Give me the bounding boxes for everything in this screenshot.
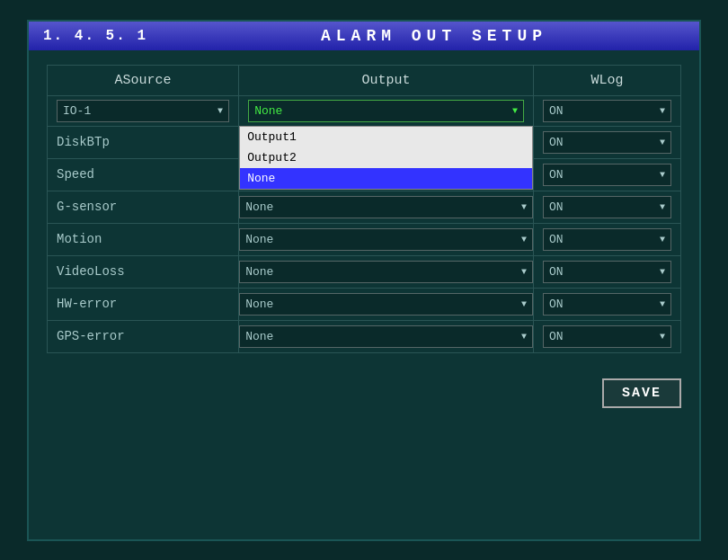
source-cell-videoloss: VideoLoss <box>48 255 239 288</box>
output-cell-gpserror: None ▼ <box>239 320 534 352</box>
wlog-cell-videoloss: ON ▼ <box>534 255 681 288</box>
dropdown-option-output2[interactable]: Output2 <box>240 147 532 168</box>
table-row: GPS-error None ▼ ON ▼ <box>48 320 681 352</box>
output-dropdown-gpserror[interactable]: None ▼ <box>239 325 533 348</box>
io-source-dropdown[interactable]: IO-1 ▼ <box>57 100 229 122</box>
output-value-hwerror: None <box>245 298 273 311</box>
source-cell-hwerror: HW-error <box>48 288 239 320</box>
wlog-value-motion: ON <box>549 233 564 246</box>
wlog-dropdown-hwerror[interactable]: ON ▼ <box>543 293 671 316</box>
source-cell-gsensor: G-sensor <box>48 191 239 223</box>
wlog-value-gsensor: ON <box>549 200 564 214</box>
output-dropdown-hwerror[interactable]: None ▼ <box>239 293 533 316</box>
alarm-table: ASource Output WLog IO-1 ▼ <box>47 65 681 353</box>
wlog-dropdown-speed[interactable]: ON ▼ <box>543 164 671 186</box>
title-bar: 1. 4. 5. 1 ALARM OUT SETUP <box>29 22 699 50</box>
wlog-dropdown-videoloss[interactable]: ON ▼ <box>543 261 671 283</box>
output-cell-motion: None ▼ <box>239 223 534 255</box>
output-dropdown-videoloss[interactable]: None ▼ <box>239 261 533 283</box>
output-value-gpserror: None <box>245 330 273 343</box>
output-dropdown-menu-io1: Output1 Output2 None <box>239 126 533 190</box>
wlog-cell-gsensor: ON ▼ <box>534 191 681 223</box>
output-dropdown-io1[interactable]: None ▼ <box>248 100 524 122</box>
wlog-dropdown-io1[interactable]: ON ▼ <box>543 100 671 122</box>
source-cell-io1: IO-1 ▼ <box>48 95 239 126</box>
wlog-arrow-gsensor: ▼ <box>660 202 665 212</box>
output-arrow-io1: ▼ <box>512 106 518 116</box>
output-arrow-gpserror: ▼ <box>521 332 527 342</box>
col-header-asource: ASource <box>48 65 239 95</box>
wlog-arrow-gpserror: ▼ <box>660 332 665 342</box>
version-label: 1. 4. 5. 1 <box>43 28 147 44</box>
save-area: SAVE <box>29 368 699 419</box>
output-cell-hwerror: None ▼ <box>239 288 534 320</box>
output-cell-gsensor: None ▼ <box>239 191 534 223</box>
output-value-motion: None <box>245 233 273 246</box>
output-cell-io1: None ▼ Output1 Output2 None <box>239 95 534 126</box>
wlog-cell-hwerror: ON ▼ <box>534 288 681 320</box>
output-arrow-videoloss: ▼ <box>521 267 527 277</box>
table-row: HW-error None ▼ ON ▼ <box>48 288 681 320</box>
col-header-wlog: WLog <box>534 65 681 95</box>
source-cell-speed: Speed <box>48 158 239 191</box>
wlog-value-videoloss: ON <box>549 265 564 279</box>
wlog-arrow-io1: ▼ <box>660 106 665 116</box>
output-value-io1: None <box>254 104 282 118</box>
source-cell-diskbtp: DiskBTp <box>48 126 239 158</box>
wlog-dropdown-gpserror[interactable]: ON ▼ <box>543 325 671 348</box>
output-value-gsensor: None <box>245 200 273 214</box>
source-cell-motion: Motion <box>48 223 239 255</box>
screen: 1. 4. 5. 1 ALARM OUT SETUP ASource Outpu… <box>27 20 701 541</box>
wlog-dropdown-diskbtp[interactable]: ON ▼ <box>543 131 671 154</box>
io-source-value: IO-1 <box>63 104 91 118</box>
table-row: VideoLoss None ▼ ON ▼ <box>48 255 681 288</box>
wlog-arrow-speed: ▼ <box>660 170 665 180</box>
output-cell-videoloss: None ▼ <box>239 255 534 288</box>
wlog-arrow-hwerror: ▼ <box>660 299 665 309</box>
col-header-output: Output <box>239 65 534 95</box>
save-button[interactable]: SAVE <box>602 378 681 408</box>
output-value-videoloss: None <box>245 265 273 279</box>
wlog-value-speed: ON <box>549 168 564 182</box>
output-arrow-gsensor: ▼ <box>521 202 527 212</box>
table-row: Motion None ▼ ON ▼ <box>48 223 681 255</box>
dropdown-option-none[interactable]: None <box>240 168 532 189</box>
io-source-arrow: ▼ <box>218 106 223 116</box>
wlog-dropdown-motion[interactable]: ON ▼ <box>543 228 671 251</box>
table-row: IO-1 ▼ None ▼ Output1 Output2 None <box>48 95 681 126</box>
table-container: ASource Output WLog IO-1 ▼ <box>29 50 699 368</box>
wlog-dropdown-gsensor[interactable]: ON ▼ <box>543 196 671 218</box>
source-cell-gpserror: GPS-error <box>48 320 239 352</box>
wlog-value-hwerror: ON <box>549 298 564 311</box>
wlog-arrow-videoloss: ▼ <box>660 267 665 277</box>
wlog-cell-gpserror: ON ▼ <box>534 320 681 352</box>
wlog-value-diskbtp: ON <box>549 136 564 149</box>
wlog-cell-motion: ON ▼ <box>534 223 681 255</box>
wlog-arrow-motion: ▼ <box>660 235 665 244</box>
wlog-cell-io1: ON ▼ <box>534 95 681 126</box>
output-dropdown-gsensor[interactable]: None ▼ <box>239 196 533 218</box>
output-dropdown-motion[interactable]: None ▼ <box>239 228 533 251</box>
dropdown-option-output1[interactable]: Output1 <box>240 127 532 147</box>
wlog-arrow-diskbtp: ▼ <box>660 138 665 147</box>
output-arrow-motion: ▼ <box>521 235 527 244</box>
output-arrow-hwerror: ▼ <box>521 299 527 309</box>
wlog-value-gpserror: ON <box>549 330 564 343</box>
wlog-cell-diskbtp: ON ▼ <box>534 126 681 158</box>
page-title: ALARM OUT SETUP <box>183 27 685 45</box>
table-row: G-sensor None ▼ ON ▼ <box>48 191 681 223</box>
wlog-cell-speed: ON ▼ <box>534 158 681 191</box>
wlog-value-io1: ON <box>549 104 564 118</box>
